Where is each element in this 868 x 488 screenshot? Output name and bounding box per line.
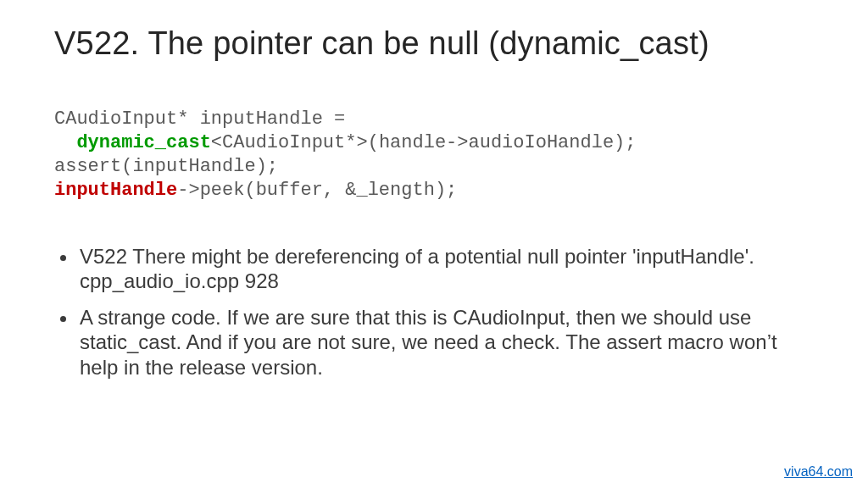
code-keyword-dynamic-cast: dynamic_cast (76, 132, 210, 153)
bullet-item: V522 There might be dereferencing of a p… (78, 244, 814, 294)
code-block: CAudioInput* inputHandle = dynamic_cast<… (54, 108, 814, 203)
code-line-2-rest: <CAudioInput*>(handle->audioIoHandle); (211, 132, 637, 153)
code-line-4-rest: ->peek(buffer, &_length); (177, 180, 457, 201)
code-keyword-inputhandle: inputHandle (54, 180, 177, 201)
slide-container: V522. The pointer can be null (dynamic_c… (0, 0, 868, 488)
code-line-1: CAudioInput* inputHandle = (54, 108, 345, 130)
code-line-2-indent (54, 132, 76, 153)
slide-title: V522. The pointer can be null (dynamic_c… (54, 25, 814, 62)
footer-link[interactable]: viva64.com (784, 464, 853, 480)
bullet-list: V522 There might be dereferencing of a p… (54, 244, 814, 380)
code-line-3: assert(inputHandle); (54, 156, 278, 177)
bullet-item: A strange code. If we are sure that this… (78, 305, 814, 380)
